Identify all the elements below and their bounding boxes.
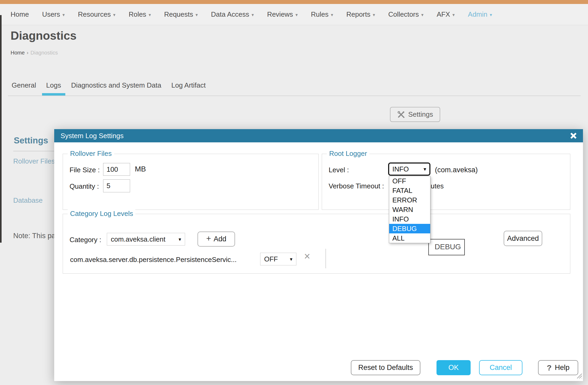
browser-top-strip xyxy=(0,0,588,4)
caret-down-icon: ▾ xyxy=(252,11,254,18)
nav-item-resources[interactable]: Resources▾ xyxy=(78,10,116,19)
level-option-debug[interactable]: DEBUG xyxy=(389,224,430,233)
left-edge-strip xyxy=(0,15,2,243)
caret-down-icon: ▾ xyxy=(421,11,424,18)
category-row-level-value: OFF xyxy=(264,255,278,263)
level-option-off[interactable]: OFF xyxy=(389,176,430,186)
file-size-input[interactable] xyxy=(103,163,130,176)
nav-item-data-access[interactable]: Data Access▾ xyxy=(211,10,254,19)
nav-item-roles[interactable]: Roles▾ xyxy=(129,10,151,19)
verbose-timeout-label: Verbose Timeout : xyxy=(329,182,384,190)
level-select-value: INFO xyxy=(392,165,409,173)
page-settings-heading: Settings xyxy=(14,135,48,146)
verbose-timeout-unit-fragment: utes xyxy=(431,182,444,190)
reset-to-defaults-button[interactable]: Reset to Defaults xyxy=(351,360,420,375)
cancel-button-label: Cancel xyxy=(490,364,512,372)
nav-item-requests[interactable]: Requests▾ xyxy=(164,10,198,19)
tab-diagnostics-and-system-data[interactable]: Diagnostics and System Data xyxy=(67,79,166,91)
category-row-level-select[interactable]: OFF ▾ xyxy=(260,253,296,265)
level-dropdown-list: OFF FATAL ERROR WARN INFO DEBUG ALL xyxy=(389,176,430,243)
row-divider xyxy=(325,249,326,268)
settings-button-label: Settings xyxy=(408,110,433,119)
level-option-error[interactable]: ERROR xyxy=(389,195,430,205)
caret-down-icon: ▾ xyxy=(113,11,116,18)
caret-down-icon: ▾ xyxy=(178,236,181,242)
caret-down-icon: ▾ xyxy=(331,11,333,18)
caret-down-icon: ▾ xyxy=(373,11,375,18)
caret-down-icon: ▾ xyxy=(452,11,455,18)
add-button-label: Add xyxy=(214,235,226,243)
caret-down-icon: ▾ xyxy=(62,11,65,18)
dialog-title: System Log Settings xyxy=(61,132,123,140)
plus-icon: + xyxy=(206,234,211,244)
add-category-button[interactable]: + Add xyxy=(197,232,235,247)
main-navbar: Home Users▾ Resources▾ Roles▾ Requests▾ … xyxy=(0,4,588,25)
level-option-all[interactable]: ALL xyxy=(389,233,430,243)
root-logger-fieldset: Root Logger xyxy=(322,154,570,210)
category-label: Category : xyxy=(70,236,101,244)
reset-button-label: Reset to Defaults xyxy=(358,364,413,372)
category-select[interactable]: com.aveksa.client ▾ xyxy=(107,233,185,246)
level-option-fatal[interactable]: FATAL xyxy=(389,186,430,195)
breadcrumb-current: Diagnostics xyxy=(30,50,58,56)
nav-item-reviews[interactable]: Reviews▾ xyxy=(267,10,298,19)
ok-button[interactable]: OK xyxy=(437,360,471,375)
level-option-info[interactable]: INFO xyxy=(389,214,430,224)
category-row-name: com.aveksa.server.db.persistence.Persist… xyxy=(70,256,237,264)
caret-down-icon: ▾ xyxy=(149,11,151,18)
help-button-label: Help xyxy=(555,364,569,372)
cancel-button[interactable]: Cancel xyxy=(479,360,522,375)
page-rollover-files-label: Rollover Files xyxy=(13,157,55,165)
category-log-levels-legend: Category Log Levels xyxy=(68,210,135,218)
page-settings-rule xyxy=(13,151,55,151)
nav-item-collectors[interactable]: Collectors▾ xyxy=(388,10,424,19)
help-button[interactable]: ? Help xyxy=(538,360,578,375)
debug-tooltip: DEBUG xyxy=(428,239,465,255)
system-log-settings-dialog: System Log Settings Rollover Files File … xyxy=(54,129,583,381)
page-database-label: Database xyxy=(13,196,43,205)
file-size-unit-label: MB xyxy=(135,165,146,173)
settings-tools-icon xyxy=(397,111,405,119)
settings-button[interactable]: Settings xyxy=(390,107,440,122)
rollover-files-legend: Rollover Files xyxy=(68,150,114,158)
level-label: Level : xyxy=(329,166,349,174)
remove-category-icon[interactable]: × xyxy=(304,250,310,262)
file-size-label: File Size : xyxy=(70,166,100,174)
caret-down-icon: ▾ xyxy=(424,166,426,172)
nav-item-home[interactable]: Home xyxy=(11,10,29,19)
tab-bar-rule xyxy=(8,96,581,96)
nav-item-admin[interactable]: Admin▾ xyxy=(468,10,492,19)
caret-down-icon: ▾ xyxy=(290,256,292,262)
caret-down-icon: ▾ xyxy=(295,11,298,18)
nav-item-rules[interactable]: Rules▾ xyxy=(311,10,333,19)
breadcrumb-home-link[interactable]: Home xyxy=(11,50,25,56)
advanced-button-label: Advanced xyxy=(507,234,539,243)
advanced-button[interactable]: Advanced xyxy=(504,231,542,246)
quantity-input[interactable] xyxy=(103,179,130,192)
screen: Home Users▾ Resources▾ Roles▾ Requests▾ … xyxy=(0,0,588,385)
level-suffix-label: (com.aveksa) xyxy=(435,166,478,174)
rollover-files-fieldset: Rollover Files xyxy=(63,154,319,210)
tab-logs[interactable]: Logs xyxy=(42,79,65,91)
tab-bar: General Logs Diagnostics and System Data… xyxy=(7,79,210,91)
page-title: Diagnostics xyxy=(11,29,76,42)
tab-general[interactable]: General xyxy=(7,79,40,91)
breadcrumb-separator: › xyxy=(27,50,28,56)
quantity-label: Quantity : xyxy=(70,182,99,191)
level-option-warn[interactable]: WARN xyxy=(389,205,430,214)
breadcrumb: Home › Diagnostics xyxy=(11,50,58,56)
ok-button-label: OK xyxy=(448,364,459,372)
tab-log-artifact[interactable]: Log Artifact xyxy=(167,79,210,91)
close-icon[interactable] xyxy=(570,132,577,139)
page-note-text: Note: This pa xyxy=(13,232,56,240)
caret-down-icon: ▾ xyxy=(490,11,492,18)
category-select-value: com.aveksa.client xyxy=(111,235,166,243)
nav-item-afx[interactable]: AFX▾ xyxy=(437,10,455,19)
caret-down-icon: ▾ xyxy=(196,11,198,18)
dialog-header: System Log Settings xyxy=(54,129,583,142)
root-logger-legend: Root Logger xyxy=(327,150,369,158)
nav-item-reports[interactable]: Reports▾ xyxy=(346,10,375,19)
nav-item-users[interactable]: Users▾ xyxy=(42,10,65,19)
question-mark-icon: ? xyxy=(547,363,552,372)
level-select[interactable]: INFO ▾ xyxy=(388,162,430,176)
